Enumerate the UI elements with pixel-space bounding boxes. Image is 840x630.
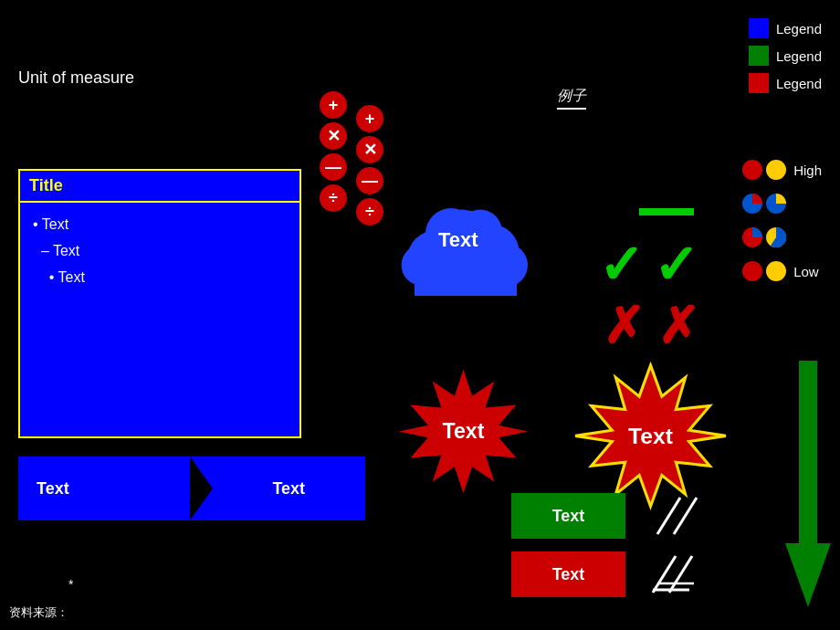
- green-dash: [639, 208, 694, 215]
- low-circle-red: [742, 261, 762, 281]
- starburst-svg-1: Text: [397, 365, 530, 498]
- starburst-1: Text: [397, 365, 530, 498]
- low-solid-circles: [742, 261, 786, 281]
- content-item-2: – Text: [33, 238, 287, 265]
- mid-circle-svg-2: [766, 194, 786, 214]
- diag-svg-2: [648, 551, 721, 597]
- content-item-1: • Text: [33, 212, 287, 238]
- svg-marker-23: [785, 543, 831, 607]
- high-circle-yellow: [766, 160, 786, 180]
- asterisk-label: *: [68, 577, 73, 592]
- legend-item-blue: Legend: [749, 18, 822, 38]
- starburst-svg-2: Text: [571, 361, 730, 511]
- big-arrow-svg: [785, 361, 831, 607]
- content-area: • Text – Text • Text: [20, 203, 299, 299]
- low-label-row: Low: [742, 261, 822, 281]
- multiply-button-1[interactable]: ✕: [320, 122, 347, 150]
- chevron-divider: [190, 457, 213, 520]
- minus-button-2[interactable]: —: [356, 167, 383, 194]
- multiply-button-2[interactable]: ✕: [356, 136, 383, 163]
- arrow-right-label: Text: [213, 479, 366, 499]
- diagonal-lines-2: [648, 551, 721, 597]
- legend-label-green: Legend: [776, 48, 822, 64]
- content-item-3: • Text: [33, 265, 287, 291]
- highlow-legend: High: [742, 160, 822, 281]
- high-label: High: [793, 163, 822, 178]
- mid-row: [742, 194, 822, 214]
- reizi-label: 例子: [557, 87, 586, 110]
- high-row: High: [742, 160, 822, 180]
- low-circles: [742, 227, 786, 247]
- green-text-box: Text: [511, 493, 625, 539]
- divide-button-2[interactable]: ÷: [356, 198, 383, 226]
- cloud-text: Text: [438, 228, 478, 252]
- low-circle-yellow: [766, 261, 786, 281]
- high-circles: [742, 160, 786, 180]
- mid-circle-svg-1: [742, 194, 762, 214]
- arrow-left-label: Text: [18, 479, 190, 499]
- blue-text-box: Title • Text – Text • Text: [18, 169, 301, 438]
- unit-of-measure-label: Unit of measure: [18, 68, 134, 88]
- cross-1: ✗: [603, 297, 645, 355]
- svg-rect-22: [799, 361, 817, 543]
- plus-button-2[interactable]: +: [356, 105, 383, 132]
- svg-text:Text: Text: [443, 419, 485, 443]
- low-circle-svg-2: [766, 227, 786, 247]
- mid-circles: [742, 194, 786, 214]
- symbols-column-1: + ✕ — ÷: [320, 91, 347, 212]
- arrow-box: Text Text: [18, 457, 365, 520]
- minus-button-1[interactable]: —: [320, 153, 347, 181]
- legend-color-green: [749, 46, 769, 66]
- legend-color-red: [749, 73, 769, 93]
- legend-label-blue: Legend: [776, 21, 822, 37]
- cross-2: ✗: [657, 297, 699, 355]
- legend-label-red: Legend: [776, 76, 822, 91]
- red-text-box: Text: [511, 551, 625, 597]
- symbols-column-2: + ✕ — ÷: [356, 105, 383, 226]
- checkmark-1: ✓: [598, 233, 644, 297]
- low-circle-svg-1: [742, 227, 762, 247]
- low-label: Low: [793, 264, 819, 279]
- title-row: Title: [20, 171, 299, 203]
- divide-button-1[interactable]: ÷: [320, 184, 347, 212]
- legend-area: Legend Legend Legend: [749, 18, 822, 93]
- legend-item-red: Legend: [749, 73, 822, 93]
- big-green-arrow: [785, 361, 831, 607]
- svg-rect-7: [415, 259, 517, 296]
- title-text: Title: [29, 176, 63, 194]
- source-label: 资料来源：: [9, 604, 68, 621]
- red-box-text: Text: [552, 565, 585, 584]
- checkmark-2: ✓: [653, 233, 698, 297]
- legend-item-green: Legend: [749, 46, 822, 66]
- legend-color-blue: [749, 18, 769, 38]
- low-row: [742, 227, 822, 247]
- svg-text:Text: Text: [628, 424, 673, 448]
- diag-svg-1: [648, 493, 703, 539]
- diagonal-lines-1: [648, 493, 703, 539]
- green-box-text: Text: [552, 507, 585, 526]
- starburst-2: Text: [571, 361, 730, 511]
- plus-button-1[interactable]: +: [320, 91, 347, 119]
- high-circle-red: [742, 160, 762, 180]
